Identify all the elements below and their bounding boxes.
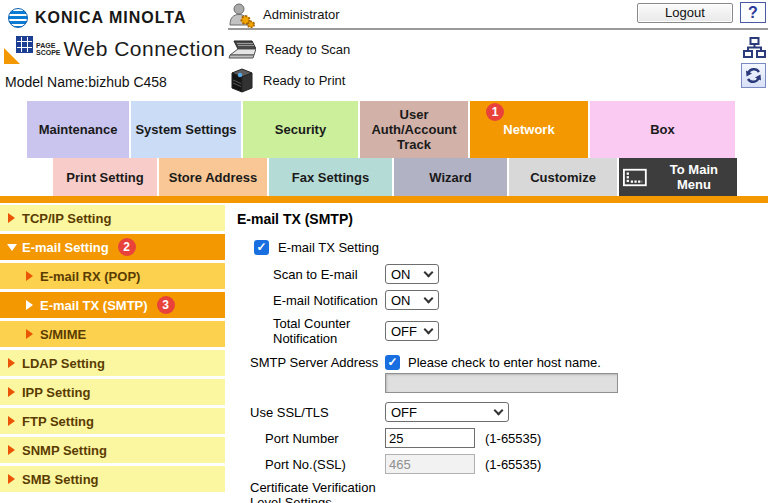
page-body: TCP/IP Setting E-mail Setting 2 E-mail R…	[0, 203, 768, 503]
arrow-right-icon	[8, 213, 15, 223]
chevron-down-icon	[424, 293, 434, 303]
tab-store-address[interactable]: Store Address	[159, 158, 267, 196]
port-number-input[interactable]	[385, 428, 475, 448]
total-counter-row: Total Counter Notification OFF	[237, 316, 768, 346]
email-notification-label: E-mail Notification	[273, 293, 385, 308]
tab-wizard[interactable]: Wizard	[394, 158, 507, 196]
sidebar-item-ipp-setting[interactable]: IPP Setting	[0, 379, 225, 405]
sidebar-item-label: SMB Setting	[22, 472, 99, 487]
administrator-icon	[228, 1, 255, 28]
notification-badge: 1	[486, 103, 504, 121]
arrow-right-icon	[8, 358, 15, 368]
email-tx-setting-checkbox[interactable]: ✓	[254, 240, 269, 255]
sidebar-item-smb-setting[interactable]: SMB Setting	[0, 466, 225, 492]
port-ssl-range: (1-65535)	[485, 457, 541, 472]
tab-label: Fax Settings	[292, 170, 369, 185]
total-counter-select[interactable]: OFF	[385, 321, 439, 341]
tab-label: Customize	[530, 170, 596, 185]
arrow-right-icon	[8, 387, 15, 397]
sidebar-item-label: E-mail Setting	[22, 240, 109, 255]
logged-in-user: Administrator	[228, 1, 340, 28]
sidebar-item-label: TCP/IP Setting	[22, 211, 111, 226]
tab-box[interactable]: Box	[590, 101, 735, 158]
sidebar-item-label: E-mail RX (POP)	[40, 269, 140, 284]
step-badge: 3	[157, 296, 175, 314]
tab-network[interactable]: 1 Network	[470, 101, 588, 158]
sidebar-item-smime[interactable]: S/MIME	[0, 321, 225, 347]
port-ssl-input[interactable]	[385, 454, 475, 474]
page-title: E-mail TX (SMTP)	[237, 211, 768, 227]
sidebar-item-label: FTP Setting	[22, 414, 94, 429]
scan-to-email-select[interactable]: ON	[385, 264, 439, 284]
use-ssl-label: Use SSL/TLS	[250, 405, 385, 420]
port-number-label: Port Number	[265, 431, 385, 446]
select-value: OFF	[391, 324, 417, 339]
arrow-right-icon	[8, 474, 15, 484]
scan-to-email-label: Scan to E-mail	[273, 267, 385, 282]
sub-tab-bar: Print Setting Store Address Fax Settings…	[0, 158, 768, 196]
email-tx-setting-label: E-mail TX Setting	[278, 240, 379, 255]
chevron-down-icon	[494, 405, 504, 415]
use-ssl-select[interactable]: OFF	[385, 402, 509, 422]
port-ssl-label: Port No.(SSL)	[265, 457, 385, 472]
sidebar-item-label: LDAP Setting	[22, 356, 105, 371]
user-name: Administrator	[263, 7, 340, 22]
tab-maintenance[interactable]: Maintenance	[27, 101, 129, 158]
sidebar-item-email-setting[interactable]: E-mail Setting 2	[0, 234, 225, 260]
tab-user-auth-account-track[interactable]: User Auth/Account Track	[360, 101, 468, 158]
sidebar-item-label: SNMP Setting	[22, 443, 107, 458]
tab-print-setting[interactable]: Print Setting	[53, 158, 157, 196]
email-notification-row: E-mail Notification ON	[237, 290, 768, 310]
pagescope-logo: PAGE SCOPE Web Connection	[4, 34, 225, 64]
sidebar-item-ldap-setting[interactable]: LDAP Setting	[0, 350, 225, 376]
hostname-checkbox[interactable]: ✓	[385, 355, 400, 370]
tab-security[interactable]: Security	[243, 101, 358, 158]
status-print-label: Ready to Print	[263, 73, 345, 88]
content-panel: E-mail TX (SMTP) ✓ E-mail TX Setting Sca…	[225, 203, 768, 503]
globe-icon	[8, 8, 28, 28]
chevron-down-icon	[424, 267, 434, 277]
konica-minolta-logo: KONICA MINOLTA	[8, 8, 186, 28]
refresh-button[interactable]	[741, 63, 766, 88]
pagescope-icon	[4, 34, 34, 64]
status-scan: Ready to Scan	[228, 40, 350, 59]
hostname-checkbox-group: ✓ Please check to enter host name.	[385, 355, 601, 370]
tab-label: To Main Menu	[655, 162, 733, 192]
use-ssl-row: Use SSL/TLS OFF	[237, 402, 768, 422]
accent-divider-bar	[0, 196, 768, 203]
pagescope-wordmark: PAGE SCOPE	[36, 42, 61, 56]
refresh-icon	[745, 67, 762, 84]
tab-label: Store Address	[169, 170, 257, 185]
pagescope-word-bottom: SCOPE	[36, 49, 61, 56]
logout-button[interactable]: Logout	[637, 3, 733, 23]
sidebar-item-tcpip-setting[interactable]: TCP/IP Setting	[0, 205, 225, 231]
sidebar-item-email-tx-smtp[interactable]: E-mail TX (SMTP) 3	[0, 292, 225, 318]
brand-name: KONICA MINOLTA	[35, 9, 186, 27]
smtp-server-row: SMTP Server Address ✓ Please check to en…	[237, 355, 768, 370]
tab-label: Print Setting	[66, 170, 143, 185]
tab-fax-settings[interactable]: Fax Settings	[269, 158, 392, 196]
tab-system-settings[interactable]: System Settings	[131, 101, 241, 158]
arrow-right-icon	[8, 416, 15, 426]
pagescope-word-top: PAGE	[36, 42, 55, 49]
email-notification-select[interactable]: ON	[385, 290, 439, 310]
sidebar-item-label: E-mail TX (SMTP)	[40, 298, 148, 313]
sidebar-item-ftp-setting[interactable]: FTP Setting	[0, 408, 225, 434]
tab-label: System Settings	[135, 122, 236, 137]
help-button[interactable]: ?	[740, 2, 766, 23]
sidebar-item-label: IPP Setting	[22, 385, 90, 400]
tab-label: Security	[275, 122, 326, 137]
sidebar-item-snmp-setting[interactable]: SNMP Setting	[0, 437, 225, 463]
arrow-right-icon	[26, 271, 33, 281]
tab-to-main-menu[interactable]: To Main Menu	[619, 158, 737, 196]
sidebar-item-email-rx-pop[interactable]: E-mail RX (POP)	[0, 263, 225, 289]
status-print: Ready to Print	[228, 68, 345, 93]
to-main-menu-content: To Main Menu	[619, 162, 737, 192]
smtp-server-address-input[interactable]	[385, 373, 618, 393]
arrow-right-icon	[26, 329, 33, 339]
select-value: ON	[391, 293, 411, 308]
network-topology-icon[interactable]	[743, 37, 766, 59]
tab-label: Wizard	[429, 170, 472, 185]
tab-customize[interactable]: Customize	[509, 158, 617, 196]
chevron-down-icon	[424, 324, 434, 334]
